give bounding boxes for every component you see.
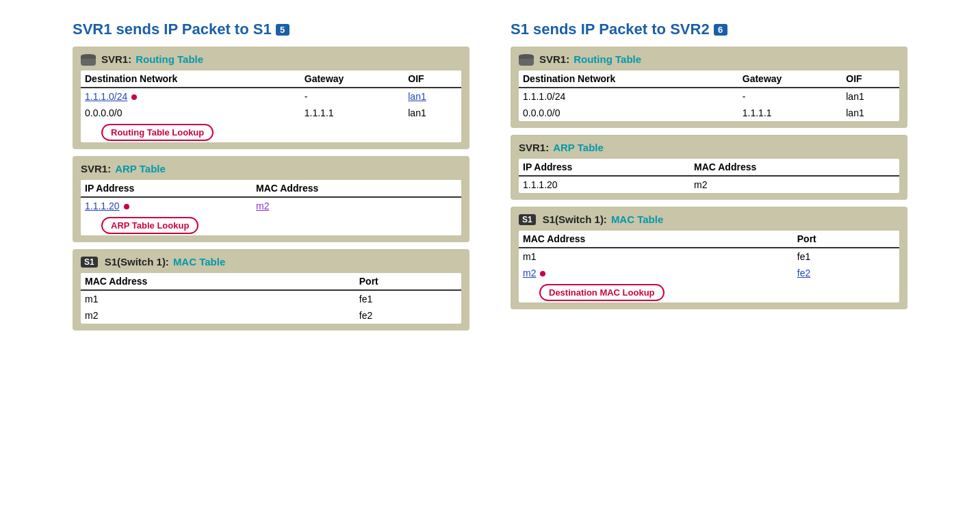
- right-arp-card: SVR1: ARP Table IP Address MAC Address 1…: [511, 135, 907, 200]
- right-mac-col-mac: MAC Address: [519, 231, 793, 248]
- left-routing-oif-1: lan1: [404, 88, 461, 105]
- right-routing-header-label: SVR1:: [539, 53, 569, 65]
- left-mac-col-mac: MAC Address: [81, 273, 355, 290]
- left-arp-col-ip: IP Address: [81, 180, 252, 197]
- left-arp-table: IP Address MAC Address 1.1.1.20 m2: [81, 180, 461, 214]
- right-mac-table: MAC Address Port m1 fe1 m2: [519, 231, 899, 281]
- left-mac-header-name: MAC Table: [173, 256, 225, 268]
- db-icon-left-routing: [81, 54, 96, 65]
- right-title-text: S1 sends IP Packet to SVR2: [511, 21, 710, 38]
- table-row: m1 fe1: [519, 248, 899, 265]
- left-mac-port-2: fe2: [355, 307, 461, 324]
- left-mac-card: S1 S1(Switch 1): MAC Table MAC Address P…: [73, 249, 469, 331]
- right-routing-col-dest: Destination Network: [519, 70, 738, 88]
- left-title-text: SVR1 sends IP Packet to S1: [73, 21, 272, 38]
- left-arp-header-label: SVR1:: [81, 163, 111, 174]
- table-row: 1.1.1.0/24 - lan1: [81, 88, 461, 105]
- mac-lookup-balloon-wrapper: Destination MAC Lookup: [519, 284, 899, 301]
- right-routing-table-section: Destination Network Gateway OIF 1.1.1.0/…: [519, 70, 899, 121]
- left-arp-mac-1: m2: [252, 197, 461, 214]
- mac-lookup-balloon: Destination MAC Lookup: [539, 284, 665, 301]
- right-routing-dest-2: 0.0.0.0/0: [519, 105, 738, 121]
- right-mac-header-label: S1(Switch 1):: [543, 213, 607, 225]
- routing-lookup-balloon-wrapper: Routing Table Lookup: [81, 124, 461, 141]
- arp-lookup-balloon: ARP Table Lookup: [101, 217, 198, 234]
- left-s1-badge: S1: [81, 257, 98, 268]
- left-step-badge: 5: [276, 24, 289, 36]
- right-arp-col-ip: IP Address: [519, 159, 690, 176]
- right-mac-table-section: MAC Address Port m1 fe1 m2: [519, 231, 899, 302]
- right-routing-card: SVR1: Routing Table Destination Network …: [511, 47, 907, 128]
- right-routing-dest-1: 1.1.1.0/24: [519, 88, 738, 105]
- right-arp-header-label: SVR1:: [519, 142, 549, 153]
- right-routing-oif-2: lan1: [842, 105, 899, 121]
- left-routing-dest-1: 1.1.1.0/24: [81, 88, 300, 105]
- left-mac-table-section: MAC Address Port m1 fe1 m2 fe2: [81, 273, 461, 324]
- right-mac-mac-2: m2: [519, 265, 793, 281]
- right-mac-header: S1 S1(Switch 1): MAC Table: [519, 213, 899, 225]
- right-mac-col-port: Port: [793, 231, 899, 248]
- arp-lookup-balloon-wrapper: ARP Table Lookup: [81, 217, 461, 234]
- left-panel: SVR1 sends IP Packet to S1 5 SVR1: Routi…: [73, 21, 469, 337]
- left-routing-table-section: Destination Network Gateway OIF 1.1.1.0/…: [81, 70, 461, 142]
- left-routing-header-label: SVR1:: [101, 53, 131, 65]
- right-routing-gw-2: 1.1.1.1: [738, 105, 842, 121]
- right-mac-port-2: fe2: [793, 265, 899, 281]
- table-row: m1 fe1: [81, 290, 461, 307]
- left-mac-port-1: fe1: [355, 290, 461, 307]
- table-row: 1.1.1.0/24 - lan1: [519, 88, 899, 105]
- right-routing-gw-1: -: [738, 88, 842, 105]
- right-mac-port-1: fe1: [793, 248, 899, 265]
- left-mac-col-port: Port: [355, 273, 461, 290]
- left-panel-title: SVR1 sends IP Packet to S1 5: [73, 21, 469, 38]
- table-row: m2 fe2: [519, 265, 899, 281]
- right-routing-col-oif: OIF: [842, 70, 899, 88]
- left-routing-card: SVR1: Routing Table Destination Network …: [73, 47, 469, 149]
- left-routing-oif-2: lan1: [404, 105, 461, 121]
- right-routing-header: SVR1: Routing Table: [519, 53, 899, 65]
- left-routing-col-gw: Gateway: [300, 70, 404, 88]
- left-mac-table: MAC Address Port m1 fe1 m2 fe2: [81, 273, 461, 324]
- right-routing-oif-1: lan1: [842, 88, 899, 105]
- left-arp-table-section: IP Address MAC Address 1.1.1.20 m2: [81, 180, 461, 235]
- left-mac-header-label: S1(Switch 1):: [105, 256, 169, 268]
- dot-marker-dest1: [131, 94, 137, 100]
- right-routing-col-gw: Gateway: [738, 70, 842, 88]
- left-arp-header-name: ARP Table: [115, 163, 166, 174]
- left-routing-table: Destination Network Gateway OIF 1.1.1.0/…: [81, 70, 461, 121]
- right-arp-table: IP Address MAC Address 1.1.1.20 m2: [519, 159, 899, 193]
- left-routing-header: SVR1: Routing Table: [81, 53, 461, 65]
- left-mac-mac-2: m2: [81, 307, 355, 324]
- right-step-badge: 6: [714, 24, 727, 36]
- db-icon-right-routing: [519, 54, 534, 65]
- table-row: 1.1.1.20 m2: [81, 197, 461, 214]
- table-row: 0.0.0.0/0 1.1.1.1 lan1: [519, 105, 899, 121]
- right-mac-mac-1: m1: [519, 248, 793, 265]
- dot-marker-arp-ip: [124, 204, 129, 209]
- left-arp-card: SVR1: ARP Table IP Address MAC Address 1…: [73, 156, 469, 242]
- left-routing-col-oif: OIF: [404, 70, 461, 88]
- right-arp-table-section: IP Address MAC Address 1.1.1.20 m2: [519, 159, 899, 193]
- left-routing-gw-2: 1.1.1.1: [300, 105, 404, 121]
- right-s1-badge: S1: [519, 214, 536, 225]
- left-arp-col-mac: MAC Address: [252, 180, 461, 197]
- right-routing-header-name: Routing Table: [573, 53, 641, 65]
- right-panel: S1 sends IP Packet to SVR2 6 SVR1: Routi…: [511, 21, 907, 316]
- left-routing-col-dest: Destination Network: [81, 70, 300, 88]
- left-arp-header: SVR1: ARP Table: [81, 163, 461, 174]
- routing-lookup-balloon: Routing Table Lookup: [101, 124, 214, 141]
- right-mac-card: S1 S1(Switch 1): MAC Table MAC Address P…: [511, 207, 907, 309]
- right-routing-table: Destination Network Gateway OIF 1.1.1.0/…: [519, 70, 899, 121]
- table-row: m2 fe2: [81, 307, 461, 324]
- dot-marker-mac-m2: [540, 271, 545, 276]
- left-arp-ip-1: 1.1.1.20: [81, 197, 252, 214]
- left-routing-header-name: Routing Table: [136, 53, 203, 65]
- right-arp-header: SVR1: ARP Table: [519, 142, 899, 153]
- right-arp-mac-1: m2: [690, 176, 899, 193]
- right-mac-header-name: MAC Table: [611, 213, 663, 225]
- left-mac-header: S1 S1(Switch 1): MAC Table: [81, 256, 461, 268]
- right-panel-title: S1 sends IP Packet to SVR2 6: [511, 21, 907, 38]
- left-mac-mac-1: m1: [81, 290, 355, 307]
- left-routing-dest-2: 0.0.0.0/0: [81, 105, 300, 121]
- right-arp-ip-1: 1.1.1.20: [519, 176, 690, 193]
